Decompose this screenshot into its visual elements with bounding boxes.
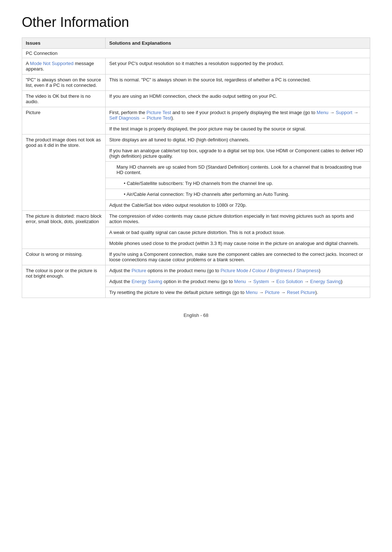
issue-cell: "PC" is always shown on the source list,… bbox=[22, 74, 106, 91]
main-table: Issues Solutions and Explanations PC Con… bbox=[22, 37, 370, 298]
issue-cell: The video is OK but there is no audio. bbox=[22, 91, 106, 107]
solution-cell: Adjust the Picture options in the produc… bbox=[106, 265, 370, 276]
issue-cell: The colour is poor or the picture is not… bbox=[22, 265, 106, 298]
table-row: The colour is poor or the picture is not… bbox=[22, 265, 370, 276]
table-row: "PC" is always shown on the source list,… bbox=[22, 74, 370, 91]
issue-cell: Colour is wrong or missing. bbox=[22, 249, 106, 265]
table-row: The product image does not look as good … bbox=[22, 134, 370, 145]
solution-cell: A weak or bad quality signal can cause p… bbox=[106, 227, 370, 238]
solution-cell: Adjust the Energy Saving option in the p… bbox=[106, 276, 370, 287]
solution-cell: This is normal. "PC" is always shown in … bbox=[106, 74, 370, 91]
section-pc-connection: PC Connection bbox=[22, 49, 370, 58]
solution-cell: Adjust the Cable/Sat box video output re… bbox=[106, 200, 370, 211]
solution-cell: If you're using a Component connection, … bbox=[106, 249, 370, 265]
solution-cell: If you are using an HDMI connection, che… bbox=[106, 91, 370, 107]
solution-cell: Store displays are all tuned to digital,… bbox=[106, 134, 370, 145]
solution-cell: Many HD channels are up scaled from SD (… bbox=[106, 162, 370, 178]
solution-cell: If the test image is properly displayed,… bbox=[106, 124, 370, 134]
solution-cell: • Air/Cable Aerial connection: Try HD ch… bbox=[106, 189, 370, 200]
solution-cell: Try resetting the picture to view the de… bbox=[106, 287, 370, 298]
issue-cell: Picture bbox=[22, 107, 106, 134]
col-solutions-header: Solutions and Explanations bbox=[106, 38, 370, 49]
solution-cell: First, perform the Picture Test and to s… bbox=[106, 107, 370, 124]
col-issues-header: Issues bbox=[22, 38, 106, 49]
table-row: The video is OK but there is no audio. I… bbox=[22, 91, 370, 107]
table-row: Colour is wrong or missing. If you're us… bbox=[22, 249, 370, 265]
solution-cell: The compression of video contents may ca… bbox=[106, 211, 370, 227]
table-row: Picture First, perform the Picture Test … bbox=[22, 107, 370, 124]
table-row: The picture is distorted: macro block er… bbox=[22, 211, 370, 227]
issue-cell: A Mode Not Supported message appears. bbox=[22, 58, 106, 74]
solution-cell: Set your PC's output resolution so it ma… bbox=[106, 58, 370, 74]
issue-cell: The picture is distorted: macro block er… bbox=[22, 211, 106, 249]
page-footer: English - 68 bbox=[22, 313, 370, 318]
solution-cell: If you have an analogue cable/set top bo… bbox=[106, 145, 370, 162]
solution-cell: • Cable/Satellite subscribers: Try HD ch… bbox=[106, 178, 370, 189]
solution-cell: Mobile phones used close to the product … bbox=[106, 238, 370, 249]
table-row: A Mode Not Supported message appears. Se… bbox=[22, 58, 370, 74]
page-title: Other Information bbox=[22, 15, 370, 30]
issue-cell: The product image does not look as good … bbox=[22, 134, 106, 211]
